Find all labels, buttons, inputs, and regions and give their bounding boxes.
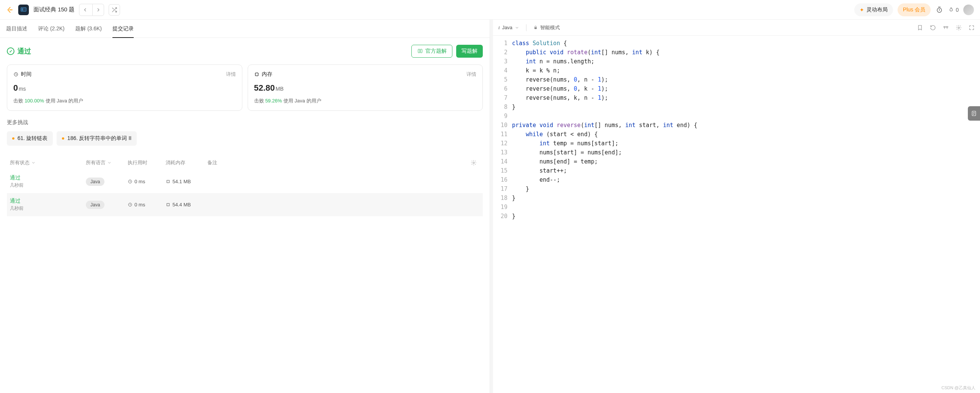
prev-button[interactable] — [80, 4, 91, 16]
page-title: 面试经典 150 题 — [33, 6, 75, 13]
timer-icon[interactable] — [935, 6, 943, 14]
runtime-value: 0 — [13, 83, 18, 93]
tab-solutions[interactable]: 题解 (3.6K) — [75, 20, 102, 38]
row-runtime: 0 ms — [134, 179, 145, 184]
row-lang-pill: Java — [86, 201, 105, 209]
topbar: 面试经典 150 题 ✦ 灵动布局 Plus 会员 0 — [0, 0, 980, 20]
language-label: Java — [502, 25, 512, 30]
memory-value: 52.80 — [254, 83, 275, 93]
runtime-beats: 100.00% — [25, 98, 44, 103]
table-settings-button[interactable] — [471, 160, 480, 166]
col-memory: 消耗内存 — [165, 159, 207, 166]
memory-label: 内存 — [262, 71, 272, 78]
memory-detail-link[interactable]: 详情 — [466, 71, 476, 78]
svg-rect-6 — [167, 180, 169, 183]
svg-rect-8 — [167, 203, 169, 206]
challenge-label: 61. 旋转链表 — [18, 135, 48, 142]
runtime-detail-link[interactable]: 详情 — [226, 71, 236, 78]
sparkle-icon: ✦ — [859, 7, 864, 13]
code-editor[interactable]: 1234567891011121314151617181920 class So… — [493, 36, 980, 393]
clock-icon — [127, 202, 132, 207]
clock-icon — [127, 179, 132, 184]
row-time-ago: 几秒前 — [10, 182, 24, 189]
streak-count: 0 — [956, 7, 959, 13]
svg-rect-3 — [255, 73, 258, 76]
tab-discuss[interactable]: 评论 (2.2K) — [38, 20, 65, 38]
code-content[interactable]: class Solution { public void rotate(int[… — [512, 39, 980, 393]
next-button[interactable] — [92, 4, 104, 16]
resize-handle[interactable] — [490, 20, 493, 393]
col-note: 备注 — [207, 159, 471, 166]
row-lang-pill: Java — [86, 177, 105, 186]
notes-side-tab[interactable] — [968, 106, 980, 120]
prev-next-nav — [79, 4, 104, 16]
official-solution-button[interactable]: 官方题解 — [411, 45, 452, 58]
settings-icon[interactable] — [956, 25, 962, 31]
lock-icon — [533, 25, 538, 30]
memory-card[interactable]: 内存 详情 52.80MB 击败 59.26% 使用 Java 的用户 — [248, 65, 483, 111]
check-circle-icon: ✓ — [7, 48, 14, 55]
tab-bar: 题目描述 评论 (2.2K) 题解 (3.6K) 提交记录 — [0, 20, 490, 38]
svg-rect-9 — [535, 27, 537, 29]
row-status: 通过 — [10, 174, 24, 181]
study-plan-icon[interactable] — [18, 5, 29, 15]
book-icon — [417, 49, 423, 54]
row-runtime: 0 ms — [134, 202, 145, 208]
language-selector[interactable]: i Java — [498, 25, 519, 31]
status-label: 通过 — [18, 47, 31, 56]
challenge-label: 186. 反转字符串中的单词 II — [67, 135, 131, 142]
svg-point-10 — [958, 27, 959, 29]
leetcode-logo-icon[interactable] — [6, 6, 14, 14]
official-label: 官方题解 — [425, 48, 447, 55]
left-panel: 题目描述 评论 (2.2K) 题解 (3.6K) 提交记录 ✓ 通过 官方题解 … — [0, 20, 490, 393]
reset-icon[interactable] — [930, 25, 936, 31]
submissions-table-head: 所有状态 所有语言 执行用时 消耗内存 备注 — [7, 155, 483, 170]
autocomplete-mode[interactable]: 智能模式 — [533, 24, 560, 31]
memory-unit: MB — [276, 86, 284, 92]
clock-icon — [13, 72, 19, 77]
mode-label: 智能模式 — [540, 24, 560, 31]
submission-row[interactable]: 通过几秒前 Java 0 ms 54.4 MB — [7, 193, 483, 216]
row-memory: 54.1 MB — [172, 179, 191, 184]
bookmark-icon[interactable] — [917, 25, 923, 31]
plus-label: Plus 会员 — [903, 6, 925, 13]
streak-counter[interactable]: 0 — [948, 6, 959, 13]
editor-panel: i Java 智能模式 1234567891011121314151617181… — [493, 20, 980, 393]
challenge-chip[interactable]: 61. 旋转链表 — [7, 131, 53, 146]
runtime-card[interactable]: 时间 详情 0ms 击败 100.00% 使用 Java 的用户 — [7, 65, 242, 111]
chip-icon — [165, 179, 170, 184]
watermark: CSDN @乙真仙人 — [942, 385, 975, 391]
filter-status[interactable]: 所有状态 — [10, 159, 86, 166]
chip-icon — [254, 72, 259, 77]
difficulty-dot-icon — [62, 137, 64, 139]
row-memory: 54.4 MB — [172, 202, 191, 208]
flame-icon — [948, 6, 954, 13]
col-runtime: 执行用时 — [127, 159, 165, 166]
runtime-label: 时间 — [21, 71, 32, 78]
fullscreen-icon[interactable] — [969, 25, 975, 31]
challenges-title: 更多挑战 — [7, 119, 483, 126]
runtime-unit: ms — [19, 86, 26, 92]
row-status: 通过 — [10, 198, 24, 204]
difficulty-dot-icon — [12, 137, 14, 139]
layout-button[interactable]: ✦ 灵动布局 — [854, 3, 893, 16]
submission-row[interactable]: 通过几秒前 Java 0 ms 54.1 MB — [7, 170, 483, 193]
layout-button-label: 灵动布局 — [866, 6, 888, 13]
row-time-ago: 几秒前 — [10, 205, 24, 212]
filter-language[interactable]: 所有语言 — [86, 159, 127, 166]
avatar[interactable] — [963, 5, 974, 15]
tab-submissions[interactable]: 提交记录 — [113, 20, 134, 38]
memory-beats: 59.26% — [265, 98, 282, 103]
plus-member-button[interactable]: Plus 会员 — [897, 3, 931, 16]
svg-point-4 — [473, 162, 474, 163]
chip-icon — [165, 202, 170, 207]
line-gutter: 1234567891011121314151617181920 — [493, 39, 512, 393]
status-accepted: ✓ 通过 — [7, 47, 31, 56]
keyboard-shortcut-icon[interactable] — [943, 25, 949, 31]
challenge-chip[interactable]: 186. 反转字符串中的单词 II — [57, 131, 137, 146]
write-solution-button[interactable]: 写题解 — [456, 45, 483, 58]
tab-description[interactable]: 题目描述 — [6, 20, 27, 38]
shuffle-button[interactable] — [109, 4, 120, 16]
